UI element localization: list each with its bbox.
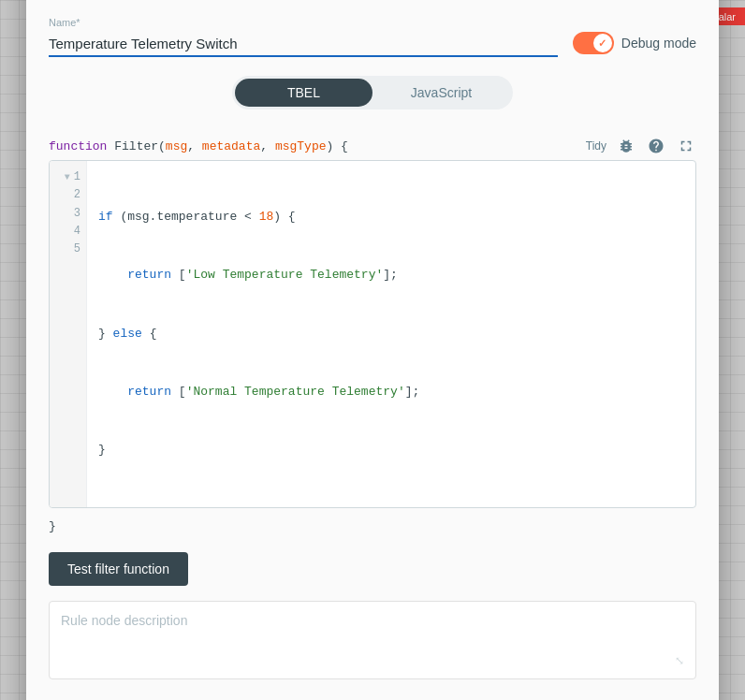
code-editor-container: ▼1 2 3 4 5 if (msg.temperature < 18) { r… [49,160,696,508]
debug-label: Debug mode [621,36,696,51]
toggle-thumb [593,34,612,52]
description-section: ⤡ [49,601,696,679]
modal-body: Name* Debug mode TBEL JavaScript [26,0,719,700]
function-signature-text: function Filter(msg, metadata, msgType) … [49,139,348,153]
resize-handle-container: ⤡ [61,654,684,667]
test-filter-button[interactable]: Test filter function [49,552,188,586]
name-input[interactable] [49,32,558,57]
debug-mode-container: Debug mode [573,17,696,54]
tab-tbel[interactable]: TBEL [235,79,372,107]
function-signature-bar: function Filter(msg, metadata, msgType) … [49,136,696,156]
help-code-button[interactable] [646,136,666,156]
name-field-container: Name* [49,17,558,57]
code-editor[interactable]: ▼1 2 3 4 5 if (msg.temperature < 18) { r… [50,161,695,507]
tab-javascript[interactable]: JavaScript [372,79,510,107]
code-actions: Tidy [586,136,696,156]
modal-dialog: Add rule node: script Name* Debug mod [26,0,719,700]
name-debug-row: Name* Debug mode [49,17,696,57]
name-field-label: Name* [49,17,558,28]
debug-icon-button[interactable] [616,136,636,156]
resize-icon: ⤡ [675,654,684,667]
debug-toggle[interactable] [573,32,614,54]
closing-brace: } [49,516,696,541]
code-content: if (msg.temperature < 18) { return ['Low… [87,161,695,507]
language-tabs: TBEL JavaScript [232,76,513,109]
code-section: function Filter(msg, metadata, msgType) … [49,136,696,508]
tidy-button[interactable]: Tidy [586,139,606,153]
fullscreen-button[interactable] [676,136,696,156]
description-textarea[interactable] [61,613,684,650]
line-numbers: ▼1 2 3 4 5 [50,161,87,507]
